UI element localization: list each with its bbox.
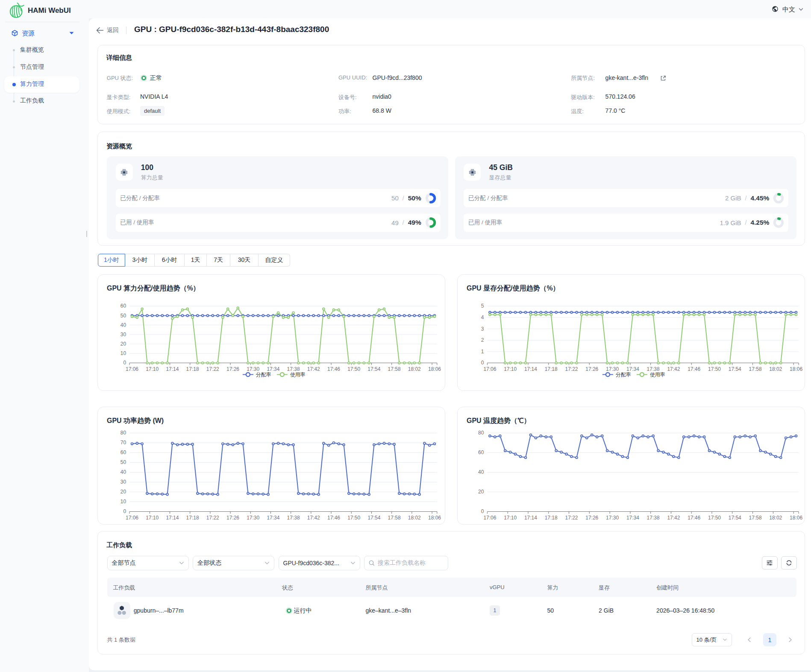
- svg-text:17:26: 17:26: [226, 366, 239, 372]
- svg-text:17:54: 17:54: [367, 515, 380, 521]
- svg-text:40: 40: [120, 469, 126, 475]
- svg-text:17:22: 17:22: [565, 366, 578, 372]
- svg-text:17:50: 17:50: [347, 366, 360, 372]
- svg-text:17:26: 17:26: [226, 515, 239, 521]
- svg-text:3: 3: [481, 326, 484, 332]
- svg-text:17:26: 17:26: [585, 366, 598, 372]
- svg-text:17:10: 17:10: [146, 366, 159, 372]
- svg-text:40: 40: [120, 322, 126, 328]
- svg-text:50: 50: [120, 459, 126, 465]
- svg-text:17:18: 17:18: [545, 366, 558, 372]
- svg-text:60: 60: [478, 449, 484, 455]
- svg-text:GPU 算力分配/使用趋势（%）: GPU 算力分配/使用趋势（%）: [107, 284, 200, 292]
- svg-text:17:58: 17:58: [388, 366, 401, 372]
- svg-text:17:18: 17:18: [545, 515, 558, 521]
- svg-text:17:42: 17:42: [307, 515, 320, 521]
- svg-text:17:14: 17:14: [166, 366, 179, 372]
- svg-text:2: 2: [481, 337, 484, 343]
- svg-text:17:06: 17:06: [126, 366, 138, 372]
- svg-text:使用率: 使用率: [650, 372, 665, 378]
- svg-text:18:06: 18:06: [790, 515, 802, 521]
- svg-text:17:54: 17:54: [729, 515, 741, 521]
- svg-text:17:42: 17:42: [667, 515, 680, 521]
- svg-text:20: 20: [120, 341, 126, 347]
- svg-text:17:14: 17:14: [166, 515, 179, 521]
- svg-text:18:06: 18:06: [428, 366, 441, 372]
- svg-text:17:42: 17:42: [667, 366, 680, 372]
- svg-text:17:50: 17:50: [347, 515, 360, 521]
- svg-text:分配率: 分配率: [615, 372, 631, 378]
- svg-text:17:54: 17:54: [729, 366, 741, 372]
- svg-text:1: 1: [481, 348, 484, 354]
- svg-text:30: 30: [120, 331, 126, 337]
- svg-text:20: 20: [120, 489, 126, 495]
- svg-text:40: 40: [478, 469, 484, 475]
- svg-text:GPU 显存分配/使用趋势（%）: GPU 显存分配/使用趋势（%）: [467, 284, 560, 292]
- svg-text:10: 10: [120, 499, 126, 505]
- svg-text:17:38: 17:38: [287, 515, 300, 521]
- svg-text:17:54: 17:54: [367, 366, 380, 372]
- svg-text:4: 4: [481, 314, 484, 320]
- svg-text:0: 0: [123, 360, 126, 366]
- svg-text:17:46: 17:46: [327, 366, 340, 372]
- svg-text:17:46: 17:46: [688, 515, 700, 521]
- svg-text:17:26: 17:26: [585, 515, 598, 521]
- svg-text:50: 50: [120, 312, 126, 318]
- svg-text:17:06: 17:06: [126, 515, 138, 521]
- svg-text:GPU 功率趋势 (W): GPU 功率趋势 (W): [107, 417, 164, 424]
- svg-text:60: 60: [120, 303, 126, 309]
- svg-text:0: 0: [123, 508, 126, 514]
- svg-text:17:50: 17:50: [708, 515, 721, 521]
- svg-text:18:06: 18:06: [790, 366, 802, 372]
- svg-text:17:06: 17:06: [483, 515, 496, 521]
- svg-text:17:30: 17:30: [247, 515, 259, 521]
- svg-text:17:34: 17:34: [626, 515, 639, 521]
- svg-text:17:18: 17:18: [186, 366, 199, 372]
- svg-text:70: 70: [120, 440, 126, 446]
- svg-text:17:10: 17:10: [504, 366, 517, 372]
- svg-text:17:18: 17:18: [186, 515, 199, 521]
- svg-text:80: 80: [120, 430, 126, 436]
- svg-text:60: 60: [120, 449, 126, 455]
- svg-text:分配率: 分配率: [256, 372, 271, 378]
- svg-text:80: 80: [478, 430, 484, 436]
- svg-text:17:50: 17:50: [708, 366, 721, 372]
- svg-text:5: 5: [481, 303, 484, 309]
- svg-text:17:06: 17:06: [483, 366, 496, 372]
- svg-text:18:02: 18:02: [769, 366, 782, 372]
- svg-text:17:58: 17:58: [388, 515, 401, 521]
- svg-text:30: 30: [120, 479, 126, 485]
- svg-text:17:42: 17:42: [307, 366, 320, 372]
- svg-text:10: 10: [120, 350, 126, 356]
- svg-text:17:22: 17:22: [206, 515, 219, 521]
- svg-text:0: 0: [481, 508, 484, 514]
- svg-text:17:34: 17:34: [267, 515, 279, 521]
- svg-text:17:14: 17:14: [524, 515, 537, 521]
- svg-text:17:46: 17:46: [327, 515, 340, 521]
- svg-text:使用率: 使用率: [290, 372, 306, 378]
- svg-text:17:10: 17:10: [146, 515, 159, 521]
- svg-text:17:58: 17:58: [749, 366, 761, 372]
- svg-text:18:06: 18:06: [428, 515, 441, 521]
- svg-text:GPU 温度趋势（℃）: GPU 温度趋势（℃）: [467, 417, 531, 425]
- svg-text:17:14: 17:14: [524, 366, 537, 372]
- svg-text:17:30: 17:30: [606, 515, 619, 521]
- svg-text:18:02: 18:02: [408, 515, 421, 521]
- svg-text:17:38: 17:38: [646, 515, 659, 521]
- svg-text:20: 20: [478, 489, 484, 495]
- svg-text:18:02: 18:02: [769, 515, 782, 521]
- svg-text:17:58: 17:58: [749, 515, 761, 521]
- svg-text:17:22: 17:22: [206, 366, 219, 372]
- svg-text:17:46: 17:46: [688, 366, 700, 372]
- svg-text:17:22: 17:22: [565, 515, 578, 521]
- svg-text:18:02: 18:02: [408, 366, 421, 372]
- svg-text:0: 0: [481, 360, 484, 366]
- svg-text:17:10: 17:10: [504, 515, 517, 521]
